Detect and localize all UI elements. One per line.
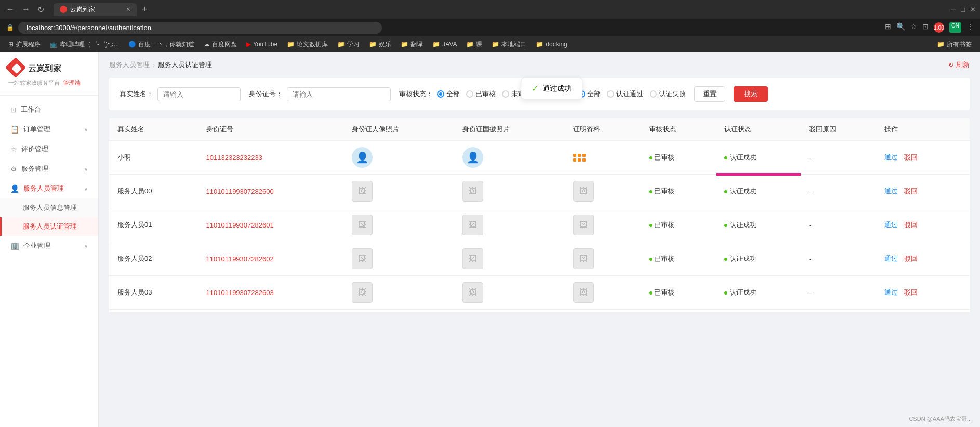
url-input[interactable] <box>18 22 382 34</box>
pass-action[interactable]: 通过 <box>884 255 898 262</box>
sidebar-item-label: 服务人员管理 <box>23 184 64 193</box>
proof-image[interactable]: 🖼 <box>573 282 594 303</box>
pass-action[interactable]: 通过 <box>884 288 898 296</box>
emblem-image[interactable]: 🖼 <box>462 248 483 269</box>
refresh-icon: ↻ <box>948 61 954 69</box>
sidebar-item-reviews[interactable]: ☆ 评价管理 <box>0 139 98 159</box>
bookmark-docking[interactable]: 📁 docking <box>532 39 571 49</box>
filter-name-label: 真实姓名： <box>120 89 153 99</box>
services-icon: ⚙ <box>10 165 17 173</box>
nav-forward[interactable]: → <box>20 4 32 15</box>
breadcrumb-parent[interactable]: 服务人员管理 <box>109 60 150 70</box>
col-auth-status: 认证状态 <box>716 118 801 141</box>
bookmark-course[interactable]: 📁 课 <box>462 39 486 50</box>
audit-radio-all[interactable]: 全部 <box>437 89 460 99</box>
profile-icon[interactable]: 1.00 <box>934 22 944 33</box>
chevron-down-icon: ∨ <box>84 243 88 249</box>
cell-proof: 🖼 <box>565 208 640 242</box>
table-horizontal-scroll[interactable] <box>109 312 970 315</box>
nav-back[interactable]: ← <box>4 4 17 15</box>
proof-image[interactable]: 🖼 <box>573 248 594 269</box>
chevron-up-icon: ∧ <box>84 186 88 192</box>
bookmark-extensions[interactable]: ⊞ 扩展程序 <box>4 39 45 50</box>
table-row: 服务人员01 110101199307282601 🖼 🖼 🖼 已审核 <box>109 208 970 242</box>
portrait-image[interactable]: 👤 <box>352 147 373 168</box>
extension-on-icon[interactable]: ON <box>949 22 961 33</box>
sidebar-item-orders[interactable]: 📋 订单管理 ∨ <box>0 119 98 139</box>
reject-action[interactable]: 驳回 <box>904 221 918 229</box>
cell-name: 服务人员00 <box>109 175 198 208</box>
table-header-row: 真实姓名 身份证号 身份证人像照片 身份证国徽照片 证明资料 审核状态 认证状态… <box>109 118 970 141</box>
search-icon[interactable]: 🔍 <box>896 22 905 33</box>
filter-id-group: 身份证号： <box>249 87 391 101</box>
sidebar-item-services[interactable]: ⚙ 服务管理 ∨ <box>0 159 98 179</box>
portrait-image[interactable]: 🖼 <box>352 282 373 303</box>
emblem-image[interactable]: 🖼 <box>462 215 483 235</box>
portrait-image[interactable]: 🖼 <box>352 248 373 269</box>
emblem-image[interactable]: 🖼 <box>462 181 483 202</box>
sidebar-item-staff-auth[interactable]: 服务人员认证管理 <box>0 217 98 236</box>
cell-audit-status: 已审核 <box>641 242 716 276</box>
bookmark-icon[interactable]: ☆ <box>910 22 917 33</box>
baidu-icon: 🔵 <box>128 41 136 48</box>
audit-status-dot <box>649 156 652 159</box>
audit-radio-done[interactable]: 已审核 <box>466 89 496 99</box>
pass-action[interactable]: 通过 <box>884 221 898 229</box>
extensions-icon[interactable]: ⊡ <box>922 22 929 33</box>
bookmark-study[interactable]: 📁 学习 <box>333 39 364 50</box>
browser-tab[interactable]: 云岚到家 × <box>54 3 137 16</box>
refresh-button[interactable]: ↻ 刷新 <box>948 60 970 70</box>
reject-action[interactable]: 驳回 <box>904 288 918 296</box>
translate-icon[interactable]: ⊞ <box>885 22 891 33</box>
main-content: 服务人员管理 › 服务人员认证管理 ✓ 通过成功 ↻ 刷新 真实姓名： 身份证号… <box>99 52 980 427</box>
auth-radio-fail[interactable]: 认证失败 <box>650 89 686 99</box>
proof-image[interactable] <box>573 154 632 162</box>
bookmark-localhost[interactable]: 📁 本地端口 <box>487 39 531 50</box>
tab-close-button[interactable]: × <box>126 5 130 14</box>
reset-button[interactable]: 重置 <box>694 86 725 102</box>
portrait-image[interactable]: 🖼 <box>352 181 373 202</box>
bookmark-entertainment[interactable]: 📁 娱乐 <box>365 39 395 50</box>
bookmark-paper[interactable]: 📁 论文数据库 <box>283 39 332 50</box>
new-tab-button[interactable]: + <box>142 4 148 15</box>
bookmark-baidupan[interactable]: ☁ 百度网盘 <box>200 39 241 50</box>
tab-title: 云岚到家 <box>70 5 95 14</box>
pass-action[interactable]: 通过 <box>884 153 898 161</box>
search-button[interactable]: 搜索 <box>734 86 768 102</box>
maximize-button[interactable]: □ <box>961 6 965 14</box>
sidebar-item-workbench[interactable]: ⊡ 工作台 <box>0 100 98 119</box>
auth-radio-pass[interactable]: 认证通过 <box>607 89 643 99</box>
bookmark-bilibili[interactable]: 📺 哔哩哔哩（゜-゜)つ... <box>46 39 123 50</box>
emblem-image[interactable]: 👤 <box>462 147 483 168</box>
staff-icon: 👤 <box>10 184 19 193</box>
bookmark-all[interactable]: 📁 所有书签 <box>933 39 976 50</box>
chevron-down-icon: ∨ <box>84 166 88 172</box>
close-window-button[interactable]: ✕ <box>970 6 976 14</box>
folder-icon: 📁 <box>466 41 474 48</box>
sidebar-item-staff-info[interactable]: 服务人员信息管理 <box>0 198 98 217</box>
proof-image[interactable]: 🖼 <box>573 181 594 202</box>
reject-action[interactable]: 驳回 <box>904 255 918 262</box>
minimize-button[interactable]: ─ <box>951 6 956 14</box>
pass-action[interactable]: 通过 <box>884 187 898 195</box>
proof-image[interactable]: 🖼 <box>573 215 594 235</box>
filter-name-input[interactable] <box>157 87 241 101</box>
reject-action[interactable]: 驳回 <box>904 187 918 195</box>
bookmark-baidu[interactable]: 🔵 百度一下，你就知道 <box>124 39 198 50</box>
bookmark-java[interactable]: 📁 JAVA <box>428 39 461 49</box>
sidebar-item-enterprise[interactable]: 🏢 企业管理 ∨ <box>0 236 98 256</box>
bookmark-youtube[interactable]: ▶ YouTube <box>242 39 282 49</box>
filter-id-input[interactable] <box>287 87 391 101</box>
bookmark-translate[interactable]: 📁 翻译 <box>396 39 427 50</box>
portrait-image[interactable]: 🖼 <box>352 215 373 235</box>
sidebar: 云岚到家 一站式家政服务平台 管理端 ⊡ 工作台 📋 订单管理 ∨ ☆ 评价 <box>0 52 99 427</box>
sidebar-item-staff[interactable]: 👤 服务人员管理 ∧ <box>0 179 98 198</box>
emblem-image[interactable]: 🖼 <box>462 282 483 303</box>
cell-proof: 🖼 <box>565 242 640 276</box>
reject-action[interactable]: 驳回 <box>904 153 918 161</box>
cell-portrait: 👤 <box>343 141 454 175</box>
nav-refresh[interactable]: ↻ <box>35 4 46 16</box>
cell-portrait: 🖼 <box>343 276 454 310</box>
more-tools-icon[interactable]: ⋮ <box>966 22 974 33</box>
sidebar-item-label: 订单管理 <box>23 125 50 134</box>
